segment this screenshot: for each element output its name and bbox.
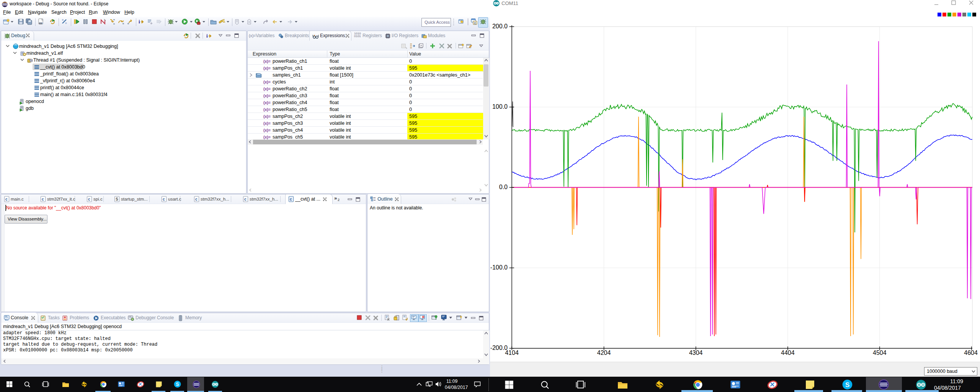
svg-text:S: S bbox=[845, 381, 849, 389]
svg-text:4604: 4604 bbox=[964, 350, 978, 356]
svg-text:4504: 4504 bbox=[873, 350, 887, 356]
svg-text:4304: 4304 bbox=[689, 350, 703, 356]
svg-text:100.0: 100.0 bbox=[492, 103, 508, 110]
svg-text:0.0: 0.0 bbox=[499, 184, 508, 190]
svg-text:4204: 4204 bbox=[597, 350, 611, 356]
svg-text:S: S bbox=[176, 382, 179, 387]
svg-text:-100.0: -100.0 bbox=[490, 264, 508, 271]
svg-text:200.0: 200.0 bbox=[492, 23, 508, 29]
svg-text:4104: 4104 bbox=[505, 350, 519, 356]
svg-text:4404: 4404 bbox=[781, 350, 795, 356]
